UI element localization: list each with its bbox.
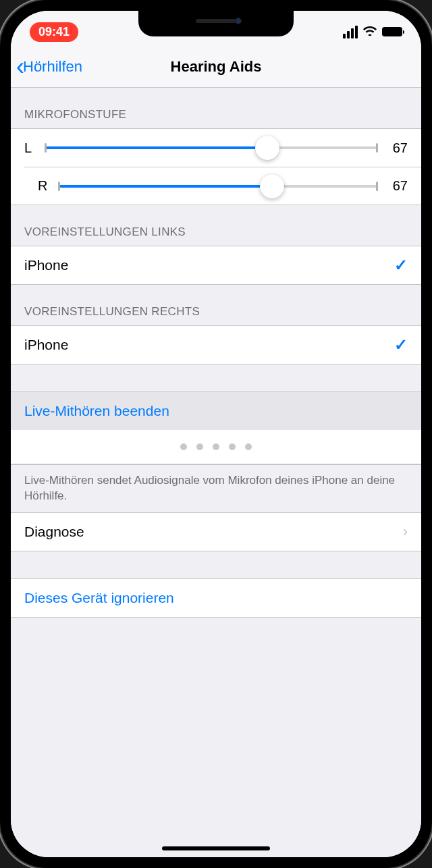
mic-level-left-slider[interactable] — [46, 146, 377, 149]
diagnose-row[interactable]: Diagnose › — [11, 513, 421, 551]
notch — [138, 11, 294, 36]
audio-level-indicator — [11, 430, 421, 464]
diagnose-label: Diagnose — [24, 524, 84, 540]
phone-screen: 09:41 ‹ Hörhilfen Hearing Aids MIKROFONS… — [11, 11, 421, 857]
checkmark-icon: ✓ — [394, 335, 408, 354]
preset-right-option[interactable]: iPhone ✓ — [11, 326, 421, 364]
preset-right-label: iPhone — [24, 337, 68, 353]
wifi-icon — [362, 24, 377, 39]
content-scroll[interactable]: MIKROFONSTUFE L 67 R 67 — [11, 88, 421, 857]
preset-left-option[interactable]: iPhone ✓ — [11, 246, 421, 284]
forget-device-button[interactable]: Dieses Gerät ignorieren — [11, 579, 421, 617]
preset-left-group: iPhone ✓ — [11, 246, 421, 285]
left-channel-label: L — [24, 140, 36, 156]
mic-level-group: L 67 R 67 — [11, 128, 421, 205]
forget-group: Dieses Gerät ignorieren — [11, 578, 421, 618]
back-button[interactable]: ‹ Hörhilfen — [16, 53, 82, 81]
live-listen-description: Live-Mithören sendet Audiosignale vom Mi… — [11, 465, 421, 512]
live-listen-group: Live-Mithören beenden — [11, 391, 421, 465]
checkmark-icon: ✓ — [394, 256, 408, 275]
mic-level-right-value: 67 — [386, 178, 408, 194]
slider-thumb[interactable] — [255, 136, 279, 160]
section-header-mic-level: MIKROFONSTUFE — [11, 88, 421, 128]
preset-right-group: iPhone ✓ — [11, 325, 421, 364]
mic-level-right-row: R 67 — [24, 167, 421, 205]
section-header-preset-left: VOREINSTELLUNGEN LINKS — [11, 205, 421, 246]
section-header-preset-right: VOREINSTELLUNGEN RECHTS — [11, 285, 421, 325]
right-channel-label: R — [38, 178, 50, 194]
battery-icon — [382, 27, 402, 36]
page-title: Hearing Aids — [171, 58, 262, 76]
slider-thumb[interactable] — [260, 174, 284, 198]
navigation-bar: ‹ Hörhilfen Hearing Aids — [11, 46, 421, 88]
diagnose-group: Diagnose › — [11, 512, 421, 551]
cellular-signal-icon — [343, 26, 358, 38]
status-icons — [343, 24, 402, 39]
mic-level-left-value: 67 — [386, 140, 408, 156]
mic-level-left-row: L 67 — [11, 129, 421, 167]
preset-left-label: iPhone — [24, 257, 68, 273]
stop-live-listen-button[interactable]: Live-Mithören beenden — [11, 392, 421, 430]
back-label: Hörhilfen — [23, 58, 82, 76]
mic-level-right-slider[interactable] — [59, 185, 377, 188]
home-indicator[interactable] — [162, 846, 270, 850]
chevron-right-icon: › — [403, 523, 408, 541]
phone-frame: 09:41 ‹ Hörhilfen Hearing Aids MIKROFONS… — [0, 0, 432, 868]
recording-time-pill[interactable]: 09:41 — [30, 22, 78, 42]
